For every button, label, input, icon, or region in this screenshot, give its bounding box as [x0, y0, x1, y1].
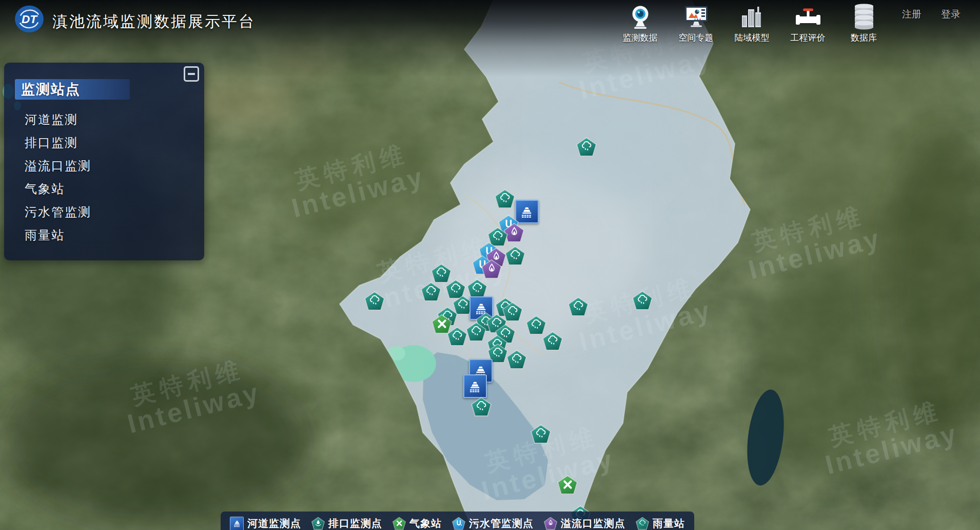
map-marker-rain[interactable] — [421, 282, 441, 301]
monitor-chart-icon — [682, 3, 710, 31]
nav-item-label: 陆域模型 — [735, 32, 770, 44]
auth-links: 注册 登录 — [902, 8, 961, 21]
panel-item-2[interactable]: 溢流口监测 — [25, 154, 91, 177]
map-marker-rain[interactable] — [531, 424, 551, 444]
nav-item-label: 数据库 — [851, 32, 877, 44]
legend-item-label: 雨量站 — [653, 517, 685, 530]
buildings-icon — [738, 3, 766, 31]
legend-item-outfall[interactable]: 排口监测点 — [311, 517, 382, 530]
legend-item-weather[interactable]: 气象站 — [393, 517, 442, 530]
map-marker-rain[interactable] — [632, 291, 653, 310]
map-marker-rain[interactable] — [447, 327, 467, 346]
map-legend: 河道监测点排口监测点气象站污水管监测点溢流口监测点雨量站 — [221, 512, 694, 530]
map-marker-rain[interactable] — [526, 315, 546, 335]
legend-item-label: 污水管监测点 — [469, 517, 534, 530]
nav-item-label: 监测数据 — [623, 32, 658, 44]
rain-marker-icon — [636, 517, 649, 530]
panel-title-bar: 监测站点 — [15, 79, 130, 100]
top-header: DT 滇池流域监测数据展示平台 监测数据空间专题陆域模型工程评价数据库 注册 登… — [0, 0, 980, 56]
legend-item-label: 排口监测点 — [328, 517, 382, 530]
register-link[interactable]: 注册 — [902, 8, 922, 21]
pipe-valve-icon — [794, 3, 822, 31]
map-marker-weather[interactable] — [557, 475, 578, 495]
legend-item-rain[interactable]: 雨量站 — [636, 517, 685, 530]
svg-text:DT: DT — [22, 13, 38, 26]
river-marker-icon — [230, 517, 244, 530]
nav-item-database[interactable]: 数据库 — [836, 3, 892, 44]
main-nav: 监测数据空间专题陆域模型工程评价数据库 — [612, 3, 892, 44]
map-marker-rain[interactable] — [505, 246, 525, 266]
map-marker-rain[interactable] — [495, 189, 515, 209]
overflow-marker-icon — [544, 517, 557, 530]
monitoring-stations-panel: 监测站点 河道监测排口监测溢流口监测气象站污水管监测雨量站 — [4, 63, 204, 260]
panel-item-0[interactable]: 河道监测 — [25, 108, 91, 131]
nav-item-label: 工程评价 — [791, 32, 826, 44]
map-marker-river[interactable] — [463, 374, 487, 398]
legend-item-river[interactable]: 河道监测点 — [230, 517, 301, 530]
map-marker-river[interactable] — [515, 200, 539, 223]
webcam-icon — [626, 3, 654, 31]
panel-item-3[interactable]: 气象站 — [25, 177, 91, 200]
sewage-marker-icon — [452, 517, 465, 530]
panel-item-5[interactable]: 雨量站 — [25, 223, 91, 247]
map-marker-rain[interactable] — [568, 297, 589, 316]
legend-item-label: 溢流口监测点 — [561, 517, 625, 530]
panel-title-label: 监测站点 — [21, 80, 81, 99]
map-marker-rain[interactable] — [364, 291, 385, 311]
panel-item-list: 河道监测排口监测溢流口监测气象站污水管监测雨量站 — [25, 108, 91, 247]
panel-item-1[interactable]: 排口监测 — [25, 131, 91, 154]
legend-item-sewage[interactable]: 污水管监测点 — [452, 517, 534, 530]
collapse-panel-button[interactable] — [184, 66, 199, 82]
nav-item-label: 空间专题 — [679, 32, 714, 44]
legend-item-label: 气象站 — [409, 517, 442, 530]
login-link[interactable]: 登录 — [941, 8, 961, 21]
nav-item-pipe-valve[interactable]: 工程评价 — [780, 3, 836, 44]
app-logo-icon: DT — [14, 4, 44, 33]
map-marker-rain[interactable] — [431, 263, 452, 283]
minus-icon — [188, 73, 195, 75]
nav-item-monitor-chart[interactable]: 空间专题 — [668, 3, 724, 44]
map-marker-rain[interactable] — [506, 350, 527, 369]
map-marker-rain[interactable] — [467, 279, 487, 298]
nav-item-buildings[interactable]: 陆域模型 — [724, 3, 780, 44]
outfall-marker-icon — [311, 517, 325, 530]
nav-item-webcam[interactable]: 监测数据 — [612, 3, 668, 44]
legend-item-label: 河道监测点 — [247, 517, 301, 530]
database-icon — [850, 3, 878, 31]
panel-item-4[interactable]: 污水管监测 — [25, 200, 91, 223]
legend-item-overflow[interactable]: 溢流口监测点 — [544, 517, 625, 530]
weather-marker-icon — [393, 517, 406, 530]
map-marker-rain[interactable] — [542, 331, 563, 351]
map-marker-rain[interactable] — [576, 137, 597, 157]
page-title: 滇池流域监测数据展示平台 — [52, 11, 256, 32]
map-marker-rain[interactable] — [471, 397, 492, 417]
